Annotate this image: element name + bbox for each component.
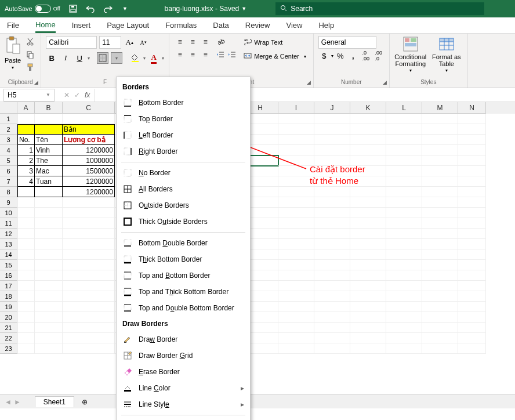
tab-review[interactable]: Review bbox=[245, 19, 270, 32]
cell[interactable] bbox=[386, 281, 422, 291]
font-name-select[interactable] bbox=[46, 36, 97, 49]
cell[interactable] bbox=[314, 197, 350, 208]
cell[interactable] bbox=[314, 302, 350, 312]
bold-button[interactable]: B bbox=[46, 52, 57, 64]
row-header[interactable]: 12 bbox=[0, 229, 17, 239]
column-header[interactable]: C bbox=[63, 102, 115, 114]
cell[interactable] bbox=[386, 187, 422, 197]
cell[interactable] bbox=[422, 229, 458, 239]
row-header[interactable]: 2 bbox=[0, 124, 17, 135]
cell[interactable] bbox=[17, 114, 35, 124]
cell[interactable] bbox=[350, 333, 386, 343]
row-header[interactable]: 14 bbox=[0, 249, 17, 260]
increase-decimal-icon[interactable]: .0.00 bbox=[360, 50, 372, 61]
cell[interactable] bbox=[278, 155, 314, 166]
decrease-font-icon[interactable]: A▾ bbox=[137, 37, 149, 48]
cell[interactable] bbox=[422, 135, 458, 145]
percent-icon[interactable]: % bbox=[335, 50, 346, 61]
cell[interactable] bbox=[458, 249, 486, 260]
row-header[interactable]: 1 bbox=[0, 114, 17, 124]
cell[interactable] bbox=[17, 208, 35, 218]
worksheet-grid[interactable]: ABCDEFGHIJKLMN 12Bản3No.TênLương cơ bả41… bbox=[0, 102, 515, 382]
cell[interactable] bbox=[63, 218, 115, 229]
cell[interactable] bbox=[458, 239, 486, 249]
cell[interactable] bbox=[278, 312, 314, 323]
cell[interactable] bbox=[314, 218, 350, 229]
cell[interactable] bbox=[278, 270, 314, 281]
cell[interactable] bbox=[35, 260, 63, 270]
draw-border-option[interactable]: Erase Border bbox=[117, 364, 250, 380]
border-option[interactable]: Top and Bottom Border bbox=[117, 267, 250, 284]
cell[interactable] bbox=[350, 197, 386, 208]
cell[interactable] bbox=[35, 249, 63, 260]
number-format-select[interactable] bbox=[318, 36, 376, 49]
cell[interactable] bbox=[17, 218, 35, 229]
select-all-corner[interactable] bbox=[0, 102, 17, 114]
underline-dropdown-icon[interactable]: ▾ bbox=[88, 56, 90, 61]
cell[interactable] bbox=[350, 249, 386, 260]
cell[interactable] bbox=[386, 333, 422, 343]
row-header[interactable]: 15 bbox=[0, 260, 17, 270]
cell[interactable] bbox=[386, 302, 422, 312]
draw-border-option[interactable]: Draw Border bbox=[117, 331, 250, 347]
cell[interactable] bbox=[458, 323, 486, 333]
cell[interactable] bbox=[63, 260, 115, 270]
row-header[interactable]: 23 bbox=[0, 343, 17, 354]
cell[interactable] bbox=[278, 124, 314, 135]
column-header[interactable]: K bbox=[350, 102, 386, 114]
row-header[interactable]: 18 bbox=[0, 291, 17, 302]
cell[interactable] bbox=[350, 260, 386, 270]
row-header[interactable]: 6 bbox=[0, 166, 17, 176]
cell[interactable] bbox=[278, 260, 314, 270]
border-option[interactable]: Top Border bbox=[117, 111, 250, 127]
cell[interactable] bbox=[314, 281, 350, 291]
cell[interactable] bbox=[458, 260, 486, 270]
cell[interactable] bbox=[458, 166, 486, 176]
cell[interactable] bbox=[386, 208, 422, 218]
tab-home[interactable]: Home bbox=[35, 18, 56, 33]
cell[interactable] bbox=[35, 270, 63, 281]
cell[interactable] bbox=[350, 145, 386, 155]
column-header[interactable]: N bbox=[458, 102, 486, 114]
cell[interactable] bbox=[350, 124, 386, 135]
alignment-launcher-icon[interactable]: ◢ bbox=[307, 79, 311, 85]
cell[interactable] bbox=[350, 135, 386, 145]
fill-dropdown-icon[interactable]: ▾ bbox=[143, 56, 146, 61]
cell[interactable] bbox=[314, 343, 350, 354]
align-top-icon[interactable]: ≡ bbox=[174, 36, 186, 48]
cell[interactable] bbox=[314, 124, 350, 135]
cell[interactable] bbox=[386, 197, 422, 208]
cell[interactable] bbox=[458, 291, 486, 302]
dropdown-expand-icon[interactable]: ⌄ bbox=[117, 418, 250, 420]
cell[interactable]: Bản bbox=[63, 124, 115, 135]
tab-help[interactable]: Help bbox=[318, 19, 334, 32]
redo-icon[interactable] bbox=[103, 4, 113, 13]
border-option[interactable]: Outside Borders bbox=[117, 197, 250, 213]
cell[interactable] bbox=[350, 208, 386, 218]
cell[interactable] bbox=[35, 187, 63, 197]
cell[interactable] bbox=[278, 333, 314, 343]
cell[interactable] bbox=[278, 323, 314, 333]
cell[interactable] bbox=[278, 145, 314, 155]
cell[interactable] bbox=[35, 302, 63, 312]
increase-indent-icon[interactable] bbox=[226, 49, 238, 60]
merge-center-button[interactable]: Merge & Center ▾ bbox=[241, 50, 309, 63]
cell[interactable] bbox=[386, 260, 422, 270]
cell[interactable] bbox=[458, 155, 486, 166]
sheet-prev-icon[interactable]: ◄ bbox=[5, 398, 12, 406]
cell[interactable]: Tên bbox=[35, 135, 63, 145]
align-left-icon[interactable]: ≡ bbox=[174, 49, 186, 60]
cell[interactable] bbox=[278, 218, 314, 229]
cell[interactable]: No. bbox=[17, 135, 35, 145]
cell[interactable] bbox=[278, 166, 314, 176]
align-middle-icon[interactable]: ≡ bbox=[187, 36, 198, 48]
cell[interactable] bbox=[35, 229, 63, 239]
cell[interactable] bbox=[350, 302, 386, 312]
cell[interactable] bbox=[17, 239, 35, 249]
number-launcher-icon[interactable]: ◢ bbox=[383, 79, 387, 85]
cell[interactable] bbox=[350, 239, 386, 249]
column-header[interactable]: J bbox=[314, 102, 350, 114]
cell[interactable] bbox=[35, 124, 63, 135]
name-box[interactable]: H5 ▼ bbox=[3, 89, 55, 102]
decrease-indent-icon[interactable] bbox=[215, 49, 226, 60]
